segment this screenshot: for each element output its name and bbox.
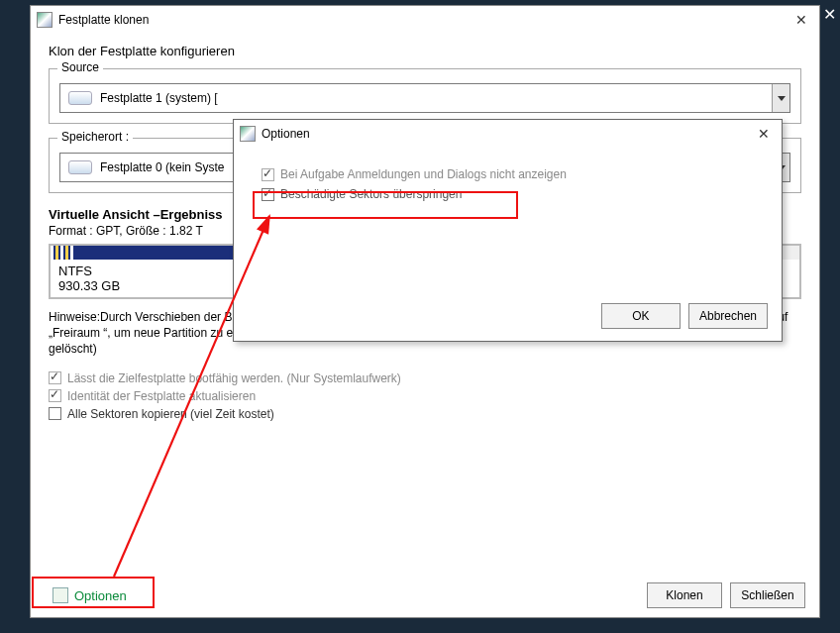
checkbox-skipbad-row[interactable]: Beschädigte Sektors überspringen (262, 187, 762, 201)
close-button[interactable]: Schließen (730, 582, 805, 608)
app-icon (240, 126, 256, 142)
destination-label: Speicherort : (57, 130, 133, 144)
checkbox-bootable-label: Lässt die Zielfestplatte bootfähig werde… (67, 371, 401, 385)
checkbox-copyall-row[interactable]: Alle Sektoren kopieren (viel Zeit kostet… (49, 407, 801, 421)
app-close-icon[interactable]: ✕ (823, 5, 836, 24)
checkbox-skipbad-label: Beschädigte Sektors überspringen (280, 187, 462, 201)
source-disk-select[interactable]: Festplatte 1 (system) [ (59, 83, 790, 113)
options-link-label: Optionen (74, 588, 127, 603)
checkbox-bootable-row: Lässt die Zielfestplatte bootfähig werde… (49, 371, 801, 385)
gear-icon (52, 587, 68, 603)
checkbox-copyall-label: Alle Sektoren kopieren (viel Zeit kostet… (67, 407, 274, 421)
checkbox-identity (49, 389, 61, 402)
cancel-button[interactable]: Abbrechen (688, 303, 768, 329)
close-icon[interactable]: ✕ (752, 126, 776, 142)
checkbox-suppress (262, 168, 274, 181)
options-footer: OK Abbrechen (601, 303, 768, 329)
options-titlebar: Optionen ✕ (234, 120, 782, 148)
options-dialog-title: Optionen (262, 127, 310, 141)
page-title: Klon der Festplatte konfigurieren (49, 44, 801, 58)
ok-button-label: OK (632, 309, 649, 323)
source-disk-text: Festplatte 1 (system) [ (100, 91, 772, 105)
close-button-label: Schließen (741, 588, 793, 602)
disk-icon (68, 160, 92, 174)
source-label: Source (57, 60, 103, 74)
footer: Optionen Klonen Schließen (31, 574, 819, 617)
checkbox-suppress-label: Bei Aufgabe Anmeldungen und Dialogs nich… (280, 167, 567, 181)
checkbox-skipbad[interactable] (262, 188, 274, 201)
options-dialog: Optionen ✕ Bei Aufgabe Anmeldungen und D… (233, 119, 783, 342)
source-group: Source Festplatte 1 (system) [ (49, 68, 801, 124)
options-link[interactable]: Optionen (45, 583, 135, 607)
dropdown-button[interactable] (772, 84, 789, 112)
chevron-down-icon (778, 96, 786, 101)
clone-button[interactable]: Klonen (647, 582, 722, 608)
checkbox-copyall[interactable] (49, 407, 61, 420)
checkbox-bootable (49, 371, 61, 384)
window-title: Festplatte klonen (58, 13, 149, 27)
app-icon (37, 12, 52, 28)
close-icon[interactable]: ✕ (789, 12, 813, 28)
checkbox-suppress-row: Bei Aufgabe Anmeldungen und Dialogs nich… (262, 167, 762, 181)
checkbox-identity-label: Identität der Festplatte aktualisieren (67, 389, 256, 403)
options-body: Bei Aufgabe Anmeldungen und Dialogs nich… (234, 148, 782, 201)
clone-button-label: Klonen (666, 588, 702, 602)
cancel-button-label: Abbrechen (699, 309, 757, 323)
checkbox-identity-row: Identität der Festplatte aktualisieren (49, 389, 801, 403)
disk-icon (68, 91, 92, 105)
main-titlebar: Festplatte klonen ✕ (31, 6, 819, 34)
ok-button[interactable]: OK (601, 303, 681, 329)
